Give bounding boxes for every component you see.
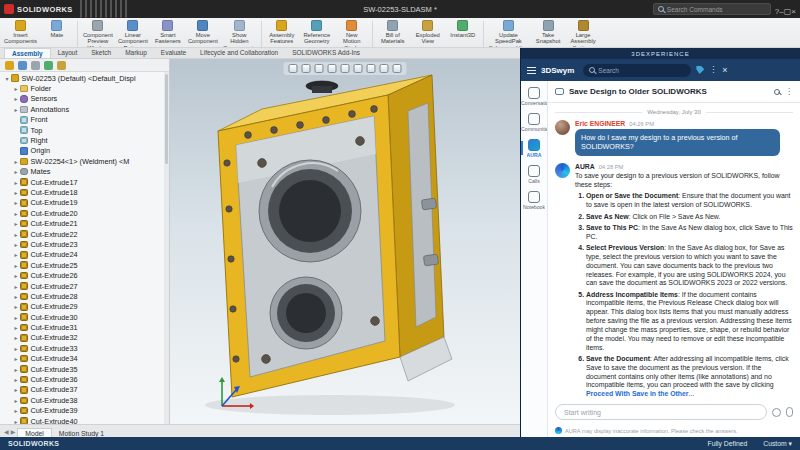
tree-item-cut-extrude34[interactable]: ▸Cut-Extrude34 — [0, 354, 169, 364]
ribbon-button-insert-components[interactable]: Insert Components — [4, 20, 37, 45]
configuration-manager-tab-icon[interactable] — [31, 61, 40, 70]
ribbon-button-instant3d[interactable]: Instant3D — [448, 20, 478, 38]
tree-item-cut-extrude39[interactable]: ▸Cut-Extrude39 — [0, 406, 169, 416]
display-manager-tab-icon[interactable] — [57, 61, 66, 70]
close-icon[interactable]: × — [791, 7, 796, 16]
display-style-icon[interactable] — [354, 64, 363, 73]
save-icon[interactable] — [90, 0, 92, 18]
tree-item-cut-extrude31[interactable]: ▸Cut-Extrude31 — [0, 322, 169, 332]
ribbon-button-component-preview[interactable]: Component Preview Window — [83, 20, 113, 48]
view-orientation-icon[interactable] — [341, 64, 350, 73]
expand-arrow-icon[interactable]: ▸ — [12, 262, 20, 269]
rebuild-icon[interactable] — [115, 0, 117, 18]
ribbon-button-take-snapshot[interactable]: Take Snapshot — [533, 20, 563, 45]
tree-item-cut-extrude22[interactable]: ▸Cut-Extrude22 — [0, 229, 169, 239]
ribbon-button-update-speedpak[interactable]: Update SpeedPak Subassemblies — [489, 20, 528, 48]
expand-arrow-icon[interactable]: ▸ — [12, 303, 20, 310]
tree-item-sensors[interactable]: ▸Sensors — [0, 94, 169, 104]
section-view-icon[interactable] — [328, 64, 337, 73]
undo-icon[interactable] — [100, 0, 102, 18]
tab-sketch[interactable]: Sketch — [84, 48, 118, 58]
tree-item-cut-extrude23[interactable]: ▸Cut-Extrude23 — [0, 239, 169, 249]
expand-arrow-icon[interactable]: ▸ — [12, 168, 20, 175]
tree-item-cut-extrude21[interactable]: ▸Cut-Extrude21 — [0, 218, 169, 228]
tree-item-sw-02254-1-weldment-m[interactable]: ▸SW-02254<1> (Weldment) <M — [0, 156, 169, 166]
sidebar-item-notebook[interactable]: Notebook — [521, 191, 547, 210]
ribbon-button-exploded-view[interactable]: Exploded View — [413, 20, 443, 45]
feature-tree-scrollbar[interactable] — [164, 72, 169, 424]
step-link[interactable]: Proceed With Save in the Other — [586, 390, 689, 397]
tree-item-right[interactable]: Right — [0, 135, 169, 145]
tree-item-cut-extrude25[interactable]: ▸Cut-Extrude25 — [0, 260, 169, 270]
tree-item-mates[interactable]: ▸Mates — [0, 167, 169, 177]
tree-item-cut-extrude20[interactable]: ▸Cut-Extrude20 — [0, 208, 169, 218]
ribbon-button-new-motion-study[interactable]: New Motion Study — [337, 20, 367, 48]
hamburger-menu-icon[interactable] — [527, 67, 536, 74]
sidebar-item-conversations[interactable]: Conversations — [521, 87, 547, 106]
zoom-fit-icon[interactable] — [289, 64, 298, 73]
expand-arrow-icon[interactable]: ▸ — [12, 95, 20, 102]
edit-appearance-icon[interactable] — [380, 64, 389, 73]
ribbon-button-assembly-features[interactable]: Assembly Features — [267, 20, 297, 45]
tree-item-cut-extrude19[interactable]: ▸Cut-Extrude19 — [0, 198, 169, 208]
expand-arrow-icon[interactable]: ▸ — [12, 189, 20, 196]
ribbon-button-smart-fasteners[interactable]: Smart Fasteners — [153, 20, 183, 45]
expand-arrow-icon[interactable]: ▸ — [12, 251, 20, 258]
tree-item-front[interactable]: Front — [0, 115, 169, 125]
tree-item-cut-extrude29[interactable]: ▸Cut-Extrude29 — [0, 302, 169, 312]
expand-arrow-icon[interactable]: ▸ — [12, 85, 20, 92]
tree-item-cut-extrude27[interactable]: ▸Cut-Extrude27 — [0, 281, 169, 291]
expand-arrow-icon[interactable]: ▸ — [12, 366, 20, 373]
emoji-icon[interactable] — [772, 408, 781, 417]
view-settings-icon[interactable] — [393, 64, 402, 73]
expand-arrow-icon[interactable]: ▸ — [12, 272, 20, 279]
expand-arrow-icon[interactable]: ▸ — [12, 220, 20, 227]
ribbon-button-mate[interactable]: Mate — [42, 20, 72, 38]
tab-assembly[interactable]: Assembly — [4, 48, 51, 58]
panel-close-icon[interactable]: × — [722, 66, 727, 75]
sidebar-item-aura[interactable]: AURA — [521, 139, 547, 158]
expand-arrow-icon[interactable]: ▸ — [12, 241, 20, 248]
property-manager-tab-icon[interactable] — [18, 61, 27, 70]
ribbon-button-show-hidden[interactable]: Show Hidden Components — [223, 20, 256, 48]
sidebar-item-communities[interactable]: Communities — [521, 113, 547, 132]
tab-solidworks-add-ins[interactable]: SOLIDWORKS Add-Ins — [285, 48, 367, 58]
expand-arrow-icon[interactable]: ▸ — [12, 314, 20, 321]
microphone-icon[interactable] — [786, 407, 793, 417]
redo-icon[interactable] — [105, 0, 107, 18]
zoom-area-icon[interactable] — [302, 64, 311, 73]
tree-item-cut-extrude28[interactable]: ▸Cut-Extrude28 — [0, 291, 169, 301]
chat-menu-icon[interactable]: ⋮ — [785, 88, 793, 96]
tree-item-cut-extrude36[interactable]: ▸Cut-Extrude36 — [0, 374, 169, 384]
chat-search-icon[interactable] — [774, 89, 780, 95]
sidebar-item-calls[interactable]: Calls — [521, 165, 547, 184]
tree-item-cut-extrude30[interactable]: ▸Cut-Extrude30 — [0, 312, 169, 322]
dimxpert-tab-icon[interactable] — [44, 61, 53, 70]
tab-lifecycle-and-collaboration[interactable]: Lifecycle and Collaboration — [193, 48, 285, 58]
new-file-icon[interactable] — [80, 0, 82, 18]
tree-item-annotations[interactable]: ▸Annotations — [0, 104, 169, 114]
ribbon-button-large-assembly-settings[interactable]: Large Assembly Settings — [568, 20, 598, 48]
tree-item-cut-extrude37[interactable]: ▸Cut-Extrude37 — [0, 385, 169, 395]
previous-view-icon[interactable] — [315, 64, 324, 73]
ribbon-button-bill-of-materials[interactable]: Bill of Materials — [378, 20, 408, 45]
expand-arrow-icon[interactable]: ▸ — [12, 231, 20, 238]
hide-show-items-icon[interactable] — [367, 64, 376, 73]
graphics-viewport[interactable] — [170, 59, 520, 424]
tab-markup[interactable]: Markup — [118, 48, 154, 58]
file-properties-icon[interactable] — [120, 0, 122, 18]
expand-arrow-icon[interactable]: ▸ — [12, 355, 20, 362]
expand-arrow-icon[interactable]: ▾ — [3, 75, 11, 82]
expand-arrow-icon[interactable]: ▸ — [12, 158, 20, 165]
tree-item-sw-02253-default-default-displ[interactable]: ▾SW-02253 (Default) <Default_Displ — [0, 73, 169, 83]
ribbon-button-linear-pattern[interactable]: Linear Component Pattern — [118, 20, 148, 48]
feature-tree-tab-icon[interactable] — [5, 61, 14, 70]
expand-arrow-icon[interactable]: ▸ — [12, 293, 20, 300]
tree-item-cut-extrude32[interactable]: ▸Cut-Extrude32 — [0, 333, 169, 343]
tree-item-cut-extrude18[interactable]: ▸Cut-Extrude18 — [0, 187, 169, 197]
tree-item-cut-extrude35[interactable]: ▸Cut-Extrude35 — [0, 364, 169, 374]
tree-item-cut-extrude24[interactable]: ▸Cut-Extrude24 — [0, 250, 169, 260]
expand-arrow-icon[interactable]: ▸ — [12, 283, 20, 290]
expand-arrow-icon[interactable]: ▸ — [12, 407, 20, 414]
select-icon[interactable] — [110, 0, 112, 18]
